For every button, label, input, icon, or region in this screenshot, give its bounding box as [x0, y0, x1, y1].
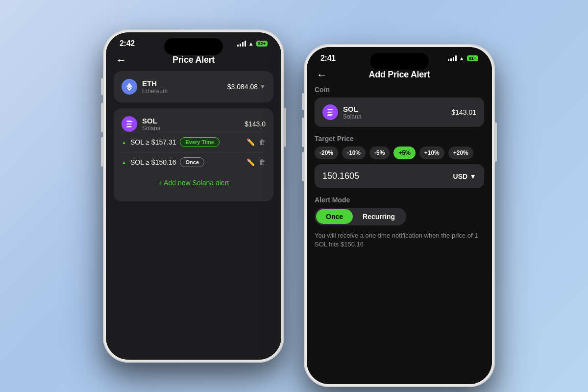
eth-row: ETH Ethereum $3,084.08 ▼: [122, 79, 266, 95]
phone-2: 2:41 ▲ 81+ ← Add Pri: [304, 44, 495, 387]
alert-1-left: ▲ SOL ≥ $157.31 Every Time: [122, 137, 220, 147]
phone-1-screen: 2:42 ▲ 82+ ← Price A: [106, 32, 281, 360]
battery-2: 81+: [467, 55, 478, 61]
mode-toggle: Once Recurring: [315, 208, 406, 225]
battery-1: 82+: [256, 41, 268, 47]
delete-icon-2[interactable]: 🗑: [259, 158, 266, 166]
price-alert-content: ETH Ethereum $3,084.08 ▼: [106, 71, 281, 360]
time-1: 2:42: [120, 39, 135, 48]
signal-bar-3: [242, 42, 244, 47]
signal-bars-2: [448, 55, 457, 61]
dynamic-island-1: [164, 38, 223, 55]
eth-name: Ethereum: [142, 88, 168, 95]
sol-info: SOL Solana: [122, 116, 160, 132]
page-title-1: Price Alert: [172, 55, 215, 65]
sol-alert-1: ▲ SOL ≥ $157.31 Every Time ✏️ 🗑: [122, 132, 266, 152]
alert-1-text: SOL ≥ $157.31: [130, 138, 176, 146]
sol-full-name: Solana: [142, 125, 160, 132]
signal-bar-2-4: [455, 55, 457, 61]
volume-down-button: [101, 137, 103, 167]
chip-minus10[interactable]: -10%: [342, 147, 366, 159]
add-solana-alert-button[interactable]: + Add new Solana alert: [122, 172, 266, 194]
sol-price: $143.0: [245, 120, 266, 128]
price-chips: -20% -10% -5% +5% +10% +20%: [315, 147, 484, 159]
sol-row: SOL Solana $143.0: [122, 116, 266, 132]
sol-names: SOL Solana: [142, 117, 160, 132]
coin-info-2: SOL Solana: [322, 104, 361, 120]
price-input-value[interactable]: 150.1605: [322, 171, 359, 181]
alert-1-actions: ✏️ 🗑: [246, 138, 266, 146]
price-input-row: 150.1605 USD ▼: [315, 164, 484, 188]
silent-switch-2: [302, 93, 304, 110]
mode-recurring-button[interactable]: Recurring: [353, 209, 405, 224]
coin-symbol-2: SOL: [343, 105, 361, 113]
alert-2-left: ▲ SOL ≥ $150.16 Once: [122, 157, 204, 167]
silent-switch: [101, 78, 103, 95]
signal-bar-4: [245, 41, 246, 47]
volume-up-button: [101, 103, 103, 132]
time-2: 2:41: [320, 54, 336, 63]
coin-selector[interactable]: SOL Solana $143.01: [315, 98, 484, 127]
signal-bar-2-2: [450, 58, 452, 61]
eth-names: ETH Ethereum: [142, 79, 168, 95]
currency-label: USD: [453, 172, 468, 180]
eth-chevron: ▼: [260, 83, 266, 90]
target-price-label: Target Price: [315, 135, 484, 143]
coin-price-2: $143.01: [451, 108, 476, 116]
eth-icon: [122, 79, 137, 95]
edit-icon-1[interactable]: ✏️: [246, 138, 255, 146]
phones-container: 2:42 ▲ 82+ ← Price A: [74, 20, 514, 372]
signal-bar-2-3: [453, 57, 454, 61]
coin-names-2: SOL Solana: [343, 105, 361, 120]
phone-2-screen: 2:41 ▲ 81+ ← Add Pri: [307, 47, 492, 384]
alert-1-arrow: ▲: [122, 140, 126, 145]
sol-icon-2: [322, 104, 338, 120]
eth-card[interactable]: ETH Ethereum $3,084.08 ▼: [114, 71, 273, 102]
alert-2-arrow: ▲: [122, 160, 126, 165]
back-button-1[interactable]: ←: [116, 54, 126, 67]
alert-2-badge: Once: [180, 157, 204, 167]
signal-bar-2: [240, 44, 241, 47]
alert-2-actions: ✏️ 🗑: [246, 158, 266, 166]
volume-down-button-2: [302, 152, 304, 181]
back-button-2[interactable]: ←: [317, 69, 327, 81]
wifi-icon-2: ▲: [459, 55, 465, 61]
coin-section-label: Coin: [315, 86, 484, 94]
chip-minus5[interactable]: -5%: [369, 147, 390, 159]
eth-symbol: ETH: [142, 79, 168, 88]
mode-once-button[interactable]: Once: [316, 209, 353, 224]
status-icons-2: ▲ 81+: [448, 55, 478, 61]
chip-plus5[interactable]: +5%: [393, 147, 415, 159]
delete-icon-1[interactable]: 🗑: [259, 138, 266, 146]
volume-up-button-2: [302, 118, 304, 147]
power-button: [284, 108, 286, 147]
status-icons-1: ▲ 82+: [237, 41, 268, 47]
alert-1-badge: Every Time: [180, 137, 220, 147]
coin-full-name-2: Solana: [343, 113, 361, 120]
chip-plus10[interactable]: +10%: [419, 147, 444, 159]
currency-selector[interactable]: USD ▼: [453, 172, 476, 180]
alert-mode-label: Alert Mode: [315, 196, 484, 204]
sol-price-row: $143.0: [245, 120, 266, 128]
eth-price: $3,084.08: [227, 83, 258, 91]
sol-icon-1: [122, 116, 137, 132]
phone-2-inner: 2:41 ▲ 81+ ← Add Pri: [307, 47, 492, 384]
page-title-2: Add Price Alert: [369, 70, 430, 80]
sol-card[interactable]: SOL Solana $143.0 ▲: [114, 108, 273, 201]
phone-1: 2:42 ▲ 82+ ← Price A: [103, 29, 284, 363]
chip-plus20[interactable]: +20%: [448, 147, 473, 159]
edit-icon-2[interactable]: ✏️: [246, 158, 255, 166]
eth-info: ETH Ethereum: [122, 79, 168, 95]
add-price-alert-content: Coin SOL: [307, 86, 492, 384]
dynamic-island-2: [370, 53, 429, 70]
sol-symbol: SOL: [142, 117, 160, 125]
signal-bar-1: [237, 45, 239, 47]
power-button-2: [495, 122, 497, 162]
currency-chevron: ▼: [469, 172, 476, 180]
notification-description: You will receive a one-time notification…: [315, 231, 484, 249]
alert-mode-section: Alert Mode Once Recurring You will recei…: [315, 196, 484, 249]
sol-alert-2: ▲ SOL ≥ $150.16 Once ✏️ 🗑: [122, 152, 266, 172]
alert-2-text: SOL ≥ $150.16: [130, 158, 176, 166]
eth-price-row: $3,084.08 ▼: [227, 83, 266, 91]
chip-minus20[interactable]: -20%: [315, 147, 338, 159]
